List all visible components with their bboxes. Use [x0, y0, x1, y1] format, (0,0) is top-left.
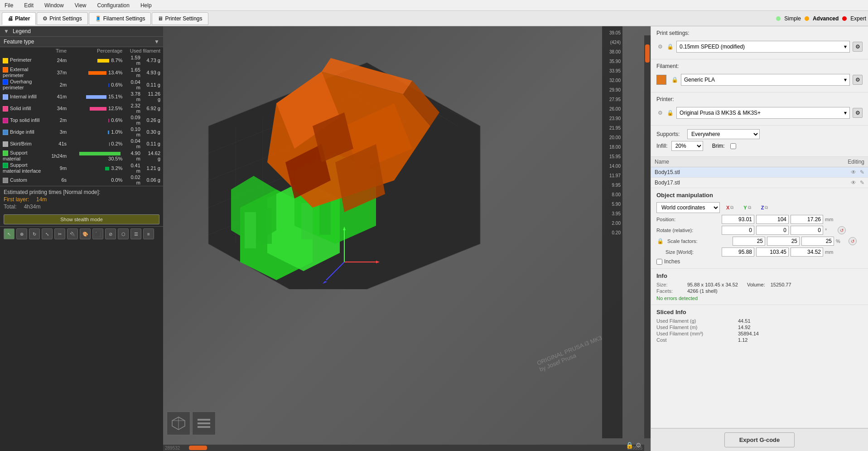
position-y-input[interactable]: [756, 215, 789, 224]
legend-row-weight: 4.73 g: [143, 54, 163, 66]
tab-printer-settings[interactable]: 🖥 Printer Settings: [152, 12, 208, 25]
size-z-input[interactable]: [791, 247, 823, 257]
v-scroll-thumb[interactable]: [645, 44, 650, 63]
tool-cut[interactable]: ✂: [54, 228, 65, 239]
legend-row-name: Skirt/Brim: [0, 138, 48, 150]
stealth-mode-button[interactable]: Show stealth mode: [4, 214, 159, 224]
legend-row-length: 2.32 m: [125, 102, 143, 114]
tool-mirror[interactable]: ⬡: [118, 228, 129, 239]
menu-edit[interactable]: Edit: [21, 1, 36, 10]
h-scroll-thumb[interactable]: [189, 446, 207, 450]
menu-configuration[interactable]: Configuration: [95, 1, 132, 10]
rotate-reset-btn[interactable]: ↺: [838, 226, 846, 234]
tool-scale[interactable]: ⤡: [42, 228, 53, 239]
export-gcode-button[interactable]: Export G-code: [724, 432, 795, 447]
tool-settings[interactable]: ☰: [130, 228, 141, 239]
scale-reset-btn[interactable]: ↺: [849, 237, 857, 245]
v-scrollbar[interactable]: [644, 35, 651, 438]
object-name: Body15.stl: [655, 169, 851, 175]
menu-view[interactable]: View: [72, 1, 89, 10]
filament-settings-btn[interactable]: ⚙: [853, 75, 863, 85]
h-scrollbar[interactable]: 289532 289555: [163, 445, 644, 451]
lock-icon[interactable]: 🔒: [625, 441, 633, 449]
inches-checkbox[interactable]: [656, 259, 662, 265]
legend-row-length: 0.10 m: [125, 126, 143, 138]
advanced-mode-label[interactable]: Advanced: [813, 15, 839, 22]
feature-type-dropdown[interactable]: Feature type ▼: [0, 37, 163, 47]
tool-filament[interactable]: 🔌: [67, 228, 78, 239]
tab-print-settings-label: Print Settings: [49, 15, 82, 22]
legend-row-pct: 30.5%: [69, 150, 125, 162]
printer-settings-btn[interactable]: ⚙: [853, 108, 863, 118]
scale-x-input[interactable]: [733, 237, 765, 246]
legend-table: Time Percentage Used filament Perimeter2…: [0, 47, 163, 186]
print-settings-btn[interactable]: ⚙: [853, 42, 863, 52]
y-copy-icon[interactable]: ⧉: [748, 205, 751, 210]
tab-filament-settings[interactable]: 🧵 Filament Settings: [89, 12, 151, 25]
legend-row-weight: 1.21 g: [143, 162, 163, 174]
object-row[interactable]: Body17.stl 👁 ✎: [651, 178, 868, 188]
legend-row-length: 0.09 m: [125, 114, 143, 126]
tab-plater[interactable]: 🖨 Plater: [2, 12, 36, 25]
info-section: Info Size: 95.88 x 103.45 x 34.52 Volume…: [651, 268, 868, 305]
legend-row: Support material1h24m30.5%4.90 m14.62 g: [0, 150, 163, 162]
legend-row-length: 0.04 m: [125, 138, 143, 150]
filament-section: Filament: 🔒 Generic PLA ▾ ⚙: [651, 59, 868, 92]
menu-help[interactable]: Help: [138, 1, 154, 10]
eye-icon[interactable]: 👁: [851, 169, 856, 175]
printer-label-row: Printer:: [656, 96, 863, 104]
sliced-val: 35894.14: [738, 331, 759, 336]
menu-window[interactable]: Window: [42, 1, 67, 10]
printer-dropdown[interactable]: Original Prusa i3 MK3S & MK3S+ ▾: [676, 107, 850, 119]
legend-expand-icon: ▼: [4, 28, 9, 34]
z-copy-icon[interactable]: ⧉: [765, 205, 768, 210]
viewport[interactable]: 39.05(424)38.0035.9033.9532.0029.9027.95…: [163, 26, 651, 451]
tool-move[interactable]: ⊕: [16, 228, 27, 239]
legend-row-time: 6s: [48, 174, 69, 186]
object-row[interactable]: Body15.stl 👁 ✎: [651, 167, 868, 178]
position-x-input[interactable]: [722, 215, 754, 224]
edit-icon[interactable]: ✎: [860, 169, 864, 175]
scale-y-input[interactable]: [767, 237, 800, 246]
filament-dropdown[interactable]: Generic PLA ▾: [681, 74, 850, 86]
brim-checkbox[interactable]: [730, 143, 736, 149]
main-area: ▼ Legend Feature type ▼ Time Percentage …: [0, 26, 868, 451]
x-copy-icon[interactable]: ⧉: [730, 205, 733, 210]
rotate-x-input[interactable]: [722, 226, 754, 235]
legend-header[interactable]: ▼ Legend: [0, 26, 163, 37]
filament-settings-icon: 🧵: [95, 15, 101, 22]
tool-select[interactable]: ↖: [4, 228, 14, 239]
tool-rotate[interactable]: ↻: [29, 228, 40, 239]
position-z-input[interactable]: [791, 215, 823, 224]
tool-layers[interactable]: ≡: [143, 228, 154, 239]
coord-mode-dropdown[interactable]: World coordinates: [656, 202, 720, 213]
filament-color-swatch[interactable]: [656, 75, 666, 85]
legend-row-name: Bridge infill: [0, 126, 48, 138]
tool-support[interactable]: ⬛: [92, 228, 103, 239]
legend-row-pct: 0.0%: [69, 174, 125, 186]
eye-icon[interactable]: 👁: [851, 179, 856, 186]
menu-file[interactable]: File: [2, 1, 16, 10]
print-settings-dropdown[interactable]: 0.15mm SPEED (modified) ▾: [676, 41, 850, 53]
edit-icon[interactable]: ✎: [860, 179, 864, 186]
tab-print-settings[interactable]: ⚙ Print Settings: [37, 12, 87, 25]
expert-mode-dot: [842, 16, 847, 21]
expert-mode-label[interactable]: Expert: [850, 15, 866, 22]
size-y-input[interactable]: [756, 247, 789, 257]
tool-color[interactable]: 🎨: [80, 228, 91, 239]
tool-seam[interactable]: ⊘: [105, 228, 116, 239]
supports-select[interactable]: Everywhere: [687, 129, 760, 139]
gear-icon[interactable]: ⚙: [634, 441, 642, 449]
scale-lock-icon[interactable]: 🔒: [656, 238, 664, 245]
no-errors-label: No errors detected: [656, 296, 863, 301]
3d-cube-icon[interactable]: [167, 412, 190, 435]
size-x-input[interactable]: [722, 247, 754, 257]
scale-z-input[interactable]: [801, 237, 834, 246]
infill-select[interactable]: 20%: [671, 141, 703, 151]
rotate-z-input[interactable]: [791, 226, 823, 235]
layers-view-icon[interactable]: [192, 412, 216, 435]
simple-mode-label[interactable]: Simple: [784, 15, 801, 22]
sliced-key: Used Filament (m): [656, 325, 738, 330]
rotate-y-input[interactable]: [756, 226, 789, 235]
advanced-mode-dot: [805, 16, 809, 21]
